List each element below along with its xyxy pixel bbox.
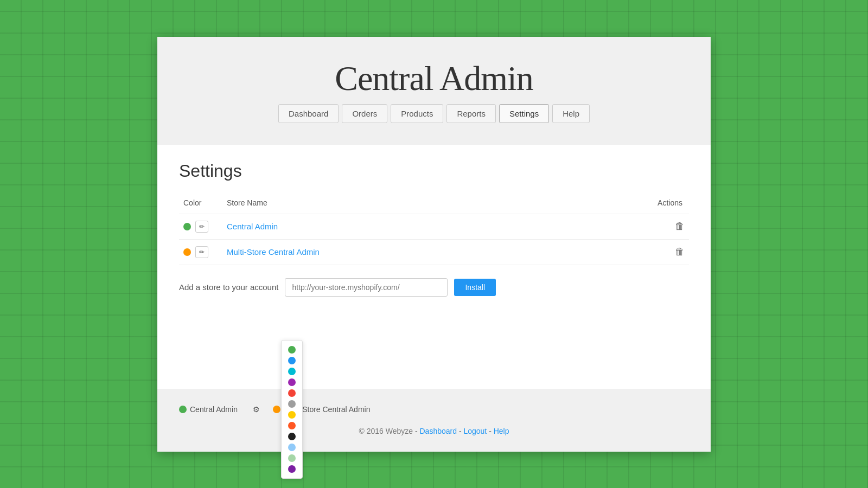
- store1-edit-button[interactable]: ✏: [195, 221, 208, 233]
- settings-table: Color Store Name Actions ✏ Central Admi: [179, 194, 689, 265]
- header: Central Admin Dashboard Orders Products …: [157, 37, 711, 145]
- store1-delete-button[interactable]: 🗑: [675, 221, 685, 232]
- color-picker-dropdown: [281, 340, 303, 479]
- page-title: Settings: [179, 161, 689, 181]
- col-header-store-name: Store Name: [222, 194, 567, 214]
- gear-icon: ⚙: [253, 405, 260, 414]
- footer-links: © 2016 Webyze - Dashboard - Logout - Hel…: [179, 421, 689, 441]
- nav-orders[interactable]: Orders: [342, 104, 387, 123]
- store2-edit-button[interactable]: ✏: [195, 246, 208, 258]
- col-header-actions: Actions: [567, 194, 689, 214]
- color-option-yellow[interactable]: [288, 411, 296, 419]
- color-option-light-green[interactable]: [288, 454, 296, 462]
- store1-color-dot: [183, 223, 191, 230]
- install-button[interactable]: Install: [454, 279, 496, 296]
- nav-products[interactable]: Products: [391, 104, 443, 123]
- color-option-purple[interactable]: [288, 378, 296, 386]
- legend-label-1: Central Admin: [190, 405, 238, 414]
- nav-settings[interactable]: Settings: [499, 104, 549, 123]
- store1-link[interactable]: Central Admin: [227, 222, 278, 231]
- color-option-deep-purple[interactable]: [288, 465, 296, 473]
- color-option-light-blue[interactable]: [288, 444, 296, 451]
- table-row: ✏ Central Admin 🗑: [179, 214, 689, 239]
- footer-link-dashboard[interactable]: Dashboard: [419, 427, 457, 435]
- legend-item-1: Central Admin: [179, 405, 238, 414]
- store2-color-dot: [183, 248, 191, 256]
- col-header-color: Color: [179, 194, 222, 214]
- color-option-orange-red[interactable]: [288, 422, 296, 429]
- footer-area: Central Admin ⚙ Multi-Store Central Admi…: [157, 389, 711, 452]
- add-store-label: Add a store to your account: [179, 282, 278, 292]
- footer-link-logout[interactable]: Logout: [463, 427, 487, 435]
- copyright-text: © 2016 Webyze -: [359, 427, 417, 435]
- color-option-black[interactable]: [288, 433, 296, 440]
- color-option-gray[interactable]: [288, 400, 296, 408]
- table-row: ✏ Multi-Store Central Admin 🗑: [179, 239, 689, 265]
- nav-dashboard[interactable]: Dashboard: [278, 104, 339, 123]
- legend-dot-1: [179, 406, 187, 413]
- site-title: Central Admin: [168, 59, 700, 99]
- nav-reports[interactable]: Reports: [446, 104, 496, 123]
- store-legend: Central Admin ⚙ Multi-Store Central Admi…: [179, 400, 689, 421]
- color-actions-cell: ✏: [183, 221, 218, 233]
- color-option-green[interactable]: [288, 346, 296, 354]
- legend-dot-2: [273, 406, 280, 413]
- main-window: Central Admin Dashboard Orders Products …: [157, 37, 711, 452]
- color-option-cyan[interactable]: [288, 368, 296, 375]
- nav-help[interactable]: Help: [552, 104, 590, 123]
- nav-bar: Dashboard Orders Products Reports Settin…: [168, 99, 700, 134]
- add-store-section: Add a store to your account Install: [179, 265, 689, 305]
- footer-link-help[interactable]: Help: [494, 427, 509, 435]
- store-url-input[interactable]: [285, 278, 448, 297]
- store2-link[interactable]: Multi-Store Central Admin: [227, 247, 320, 256]
- store2-delete-button[interactable]: 🗑: [675, 246, 685, 258]
- color-option-blue[interactable]: [288, 357, 296, 364]
- content-area: Settings Color Store Name Actions ✏: [157, 145, 711, 389]
- color-actions-cell-2: ✏: [183, 246, 218, 258]
- color-option-red[interactable]: [288, 389, 296, 397]
